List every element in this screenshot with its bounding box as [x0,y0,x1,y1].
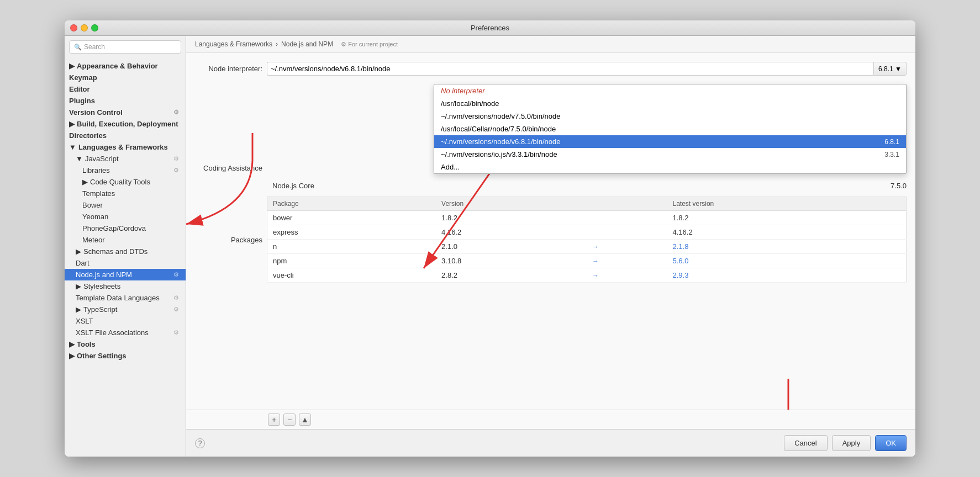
sidebar-item-directories[interactable]: Directories [65,130,186,141]
sidebar-item-tools[interactable]: ▶ Tools [65,338,186,350]
sidebar-item-label: Node.js and NPM [76,271,132,279]
cancel-button[interactable]: Cancel [784,435,827,451]
node-interpreter-label: Node interpreter: [195,65,267,73]
table-row[interactable]: npm 3.10.8 → 5.6.0 [267,254,907,268]
sidebar-item-xslt[interactable]: XSLT [65,315,186,327]
pkg-latest: 2.9.3 [667,268,907,283]
node-interpreter-row: Node interpreter: 6.8.1 ▼ [195,62,907,76]
pkg-latest: 1.8.2 [667,211,907,225]
sidebar-item-label: Editor [69,85,90,93]
add-package-button[interactable]: + [268,414,280,426]
dropdown-item-io-js[interactable]: ~/.nvm/versions/io.js/v3.3.1/bin/node 3.… [434,148,906,161]
pkg-name: bower [267,211,436,225]
sidebar-item-label: Code Quality Tools [90,178,150,186]
preferences-window: Preferences 🔍 Search ▶ Appearance & Beha… [65,20,915,457]
sidebar-item-label: Directories [69,131,107,140]
sidebar-item-label: Schemas and DTDs [83,247,147,256]
tree-arrow: ▼ [69,143,76,151]
table-row[interactable]: n 2.1.0 → 2.1.8 [267,240,907,254]
sidebar-item-templates[interactable]: Templates [65,188,186,199]
dropdown-version-badge-io: 3.3.1 [884,151,899,158]
dropdown-item-label: No interpreter [441,87,484,95]
sidebar-item-dart[interactable]: Dart [65,257,186,269]
remove-package-button[interactable]: − [283,414,296,426]
table-row[interactable]: bower 1.8.2 1.8.2 [267,211,907,225]
dropdown-item-nvm-v681[interactable]: ~/.nvm/versions/node/v6.8.1/bin/node 6.8… [434,135,906,148]
sidebar: 🔍 Search ▶ Appearance & Behavior Keymap … [65,36,186,457]
col-arrow [587,197,667,211]
sidebar-item-phonegap[interactable]: PhoneGap/Cordova [65,222,186,234]
help-button[interactable]: ? [195,438,205,448]
pkg-version: 2.1.0 [436,240,587,254]
sidebar-item-appearance[interactable]: ▶ Appearance & Behavior [65,60,186,72]
dropdown-item-usr-local[interactable]: /usr/local/bin/node [434,97,906,110]
sidebar-item-build[interactable]: ▶ Build, Execution, Deployment [65,118,186,130]
sidebar-item-code-quality[interactable]: ▶ Code Quality Tools [65,176,186,188]
sidebar-item-keymap[interactable]: Keymap [65,72,186,83]
dropdown-item-cellar-750[interactable]: /usr/local/Cellar/node/7.5.0/bin/node [434,123,906,135]
sidebar-item-label: Appearance & Behavior [77,62,158,70]
sidebar-item-typescript[interactable]: ▶ TypeScript ⚙ [65,304,186,315]
window-body: 🔍 Search ▶ Appearance & Behavior Keymap … [65,36,915,457]
packages-label-row: Packages Package Version Latest version [195,197,907,283]
title-bar: Preferences [65,20,915,36]
search-box[interactable]: 🔍 Search [69,40,181,54]
search-icon: 🔍 [74,44,82,51]
nodejs-core-value: 7.5.0 [891,182,907,190]
breadcrumb-separator: › [276,40,278,48]
pkg-name: vue-cli [267,268,436,283]
interpreter-input[interactable] [267,62,873,76]
dropdown-item-label: Add... [441,163,460,171]
interpreter-dropdown[interactable]: No interpreter /usr/local/bin/node ~/.nv… [434,84,907,174]
sidebar-item-xslt-file[interactable]: XSLT File Associations ⚙ [65,327,186,338]
table-row[interactable]: vue-cli 2.8.2 → 2.9.3 [267,268,907,283]
pkg-arrow [587,211,667,225]
nodejs-core-row: Node.js Core 7.5.0 [272,182,907,190]
sidebar-item-template-data[interactable]: Template Data Languages ⚙ [65,292,186,304]
sidebar-item-label: Version Control [69,108,123,116]
settings-icon: ⚙ [173,155,179,162]
sidebar-item-nodejs[interactable]: Node.js and NPM ⚙ [65,269,186,280]
sidebar-item-stylesheets[interactable]: ▶ Stylesheets [65,280,186,292]
sidebar-item-plugins[interactable]: Plugins [65,95,186,107]
interpreter-version-btn[interactable]: 6.8.1 ▼ [873,62,907,76]
sidebar-item-libraries[interactable]: Libraries ⚙ [65,165,186,176]
minimize-button[interactable] [81,24,88,31]
sidebar-item-meteor[interactable]: Meteor [65,234,186,246]
tree-arrow: ▶ [69,352,75,360]
sidebar-item-bower[interactable]: Bower [65,199,186,211]
sidebar-item-version-control[interactable]: Version Control ⚙ [65,107,186,118]
pkg-name: n [267,240,436,254]
maximize-button[interactable] [91,24,98,31]
tree-arrow: ▶ [76,305,81,314]
table-row[interactable]: express 4.16.2 4.16.2 [267,225,907,240]
refresh-package-button[interactable]: ▲ [299,414,311,426]
dropdown-item-nvm-v750[interactable]: ~/.nvm/versions/node/v7.5.0/bin/node [434,110,906,123]
col-package: Package [267,197,436,211]
pkg-arrow: → [587,268,667,283]
apply-button[interactable]: Apply [832,435,871,451]
sidebar-item-other[interactable]: ▶ Other Settings [65,350,186,362]
pkg-version: 1.8.2 [436,211,587,225]
upgrade-arrow-icon: → [592,257,599,265]
sidebar-item-editor[interactable]: Editor [65,83,186,95]
pkg-latest: 4.16.2 [667,225,907,240]
tree-arrow-appearance: ▶ [69,62,75,70]
pkg-arrow: → [587,254,667,268]
sidebar-item-label: Libraries [82,166,110,174]
content-area: Node interpreter: 6.8.1 ▼ No interpreter… [186,53,915,410]
sidebar-item-label: JavaScript [85,155,119,163]
sidebar-item-yeoman[interactable]: Yeoman [65,211,186,222]
sidebar-item-label: Keymap [69,73,97,82]
sidebar-item-schemas[interactable]: ▶ Schemas and DTDs [65,246,186,257]
search-placeholder: Search [84,43,105,51]
dropdown-item-no-interpreter[interactable]: No interpreter [434,84,906,97]
close-button[interactable] [70,24,77,31]
ok-button[interactable]: OK [875,435,907,451]
sidebar-item-javascript[interactable]: ▼ JavaScript ⚙ [65,153,186,165]
sidebar-item-languages[interactable]: ▼ Languages & Frameworks [65,141,186,153]
upgrade-arrow-icon: → [592,272,599,279]
sidebar-tree: ▶ Appearance & Behavior Keymap Editor Pl… [65,58,186,457]
main-content: Languages & Frameworks › Node.js and NPM… [186,36,915,457]
dropdown-item-add[interactable]: Add... [434,161,906,173]
